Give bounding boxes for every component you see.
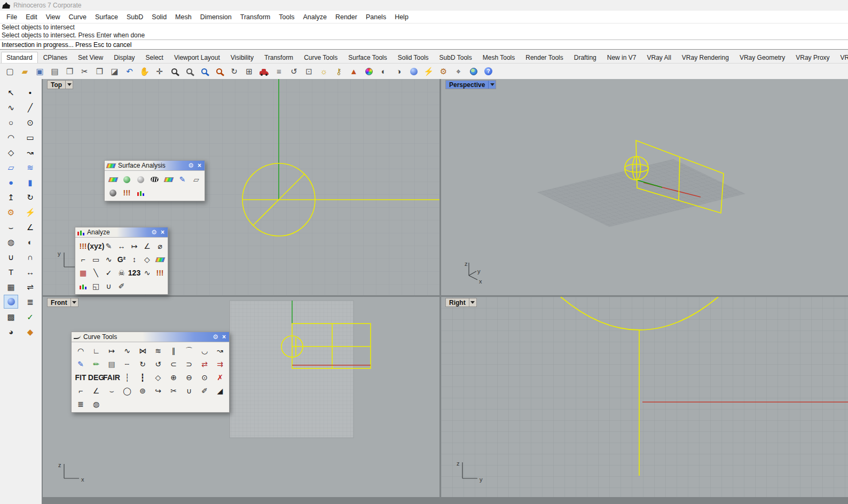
- sphere-tool-icon[interactable]: ●: [4, 175, 18, 189]
- edge-continuity-icon[interactable]: ✎: [176, 173, 189, 186]
- symmetry-icon[interactable]: ⇉: [213, 358, 227, 371]
- boolean-difference-icon[interactable]: ◐: [23, 235, 37, 249]
- soft-edit-icon[interactable]: ≣: [73, 398, 88, 411]
- histogram-icon[interactable]: [77, 280, 89, 293]
- arc-blend-icon[interactable]: ↝: [213, 344, 227, 357]
- make-periodic-icon[interactable]: ∠: [89, 384, 104, 397]
- hatch-tool-icon[interactable]: ≣: [23, 295, 37, 309]
- lock-objects-icon[interactable]: ⚷: [332, 65, 346, 78]
- menu-surface[interactable]: Surface: [91, 12, 122, 22]
- polyline-icon[interactable]: ╱: [23, 100, 37, 114]
- close-icon[interactable]: ×: [221, 333, 227, 341]
- edit-points-icon[interactable]: ┆: [120, 371, 135, 384]
- curvature-graph-on-icon[interactable]: ∿: [141, 266, 153, 279]
- perspective-viewport-canvas[interactable]: z y x: [441, 79, 848, 295]
- tab-render-tools[interactable]: Render Tools: [520, 52, 569, 63]
- right-viewport-canvas[interactable]: z y: [441, 297, 848, 497]
- loft-surface-icon[interactable]: ≋: [23, 160, 37, 174]
- dimension-tool-icon[interactable]: ↔: [23, 265, 37, 279]
- tab-curve-tools[interactable]: Curve Tools: [299, 52, 343, 63]
- point-grid-icon[interactable]: ▦: [4, 280, 18, 294]
- insert-kink-icon[interactable]: ◇: [151, 371, 166, 384]
- menu-analyze[interactable]: Analyze: [299, 12, 331, 22]
- count-icon[interactable]: 123: [128, 266, 140, 279]
- menu-subd[interactable]: SubD: [122, 12, 147, 22]
- tab-vray-rendering[interactable]: VRay Rendering: [677, 52, 734, 63]
- blend-curves-icon[interactable]: ∿: [120, 344, 135, 357]
- plane-surface-icon[interactable]: ▱: [4, 160, 18, 174]
- menu-render[interactable]: Render: [331, 12, 362, 22]
- tab-standard[interactable]: Standard: [1, 52, 38, 63]
- viewport-menu-arrow[interactable]: [488, 81, 496, 89]
- render-flash-icon[interactable]: ⚡: [421, 65, 436, 78]
- gear-icon[interactable]: ⚙: [188, 162, 194, 169]
- draft-angle-analysis-icon[interactable]: [106, 173, 120, 186]
- distance-icon[interactable]: ↔: [115, 240, 128, 253]
- menu-view[interactable]: View: [42, 12, 65, 22]
- curve-hook-icon[interactable]: ∪: [103, 280, 115, 293]
- annotate-edge-icon[interactable]: ✐: [115, 280, 128, 293]
- viewport-menu-arrow[interactable]: [70, 298, 78, 306]
- check-objects-icon[interactable]: ✓: [103, 266, 115, 279]
- close-icon[interactable]: ×: [160, 229, 166, 236]
- viewport-right[interactable]: z y Right: [441, 297, 848, 497]
- polygon-tool-icon[interactable]: ◇: [4, 145, 18, 159]
- tab-cplanes[interactable]: CPlanes: [38, 52, 73, 63]
- text-tool-icon[interactable]: T: [4, 265, 18, 279]
- boolean-union-icon[interactable]: ◍: [4, 235, 18, 249]
- continuity-icon[interactable]: G²: [115, 253, 128, 266]
- point-tool-icon[interactable]: •: [23, 85, 37, 99]
- angle-icon[interactable]: ∠: [141, 240, 153, 253]
- viewport-label-top[interactable]: Top: [47, 80, 73, 89]
- select-arrow-icon[interactable]: ↖: [4, 85, 18, 99]
- menu-curve[interactable]: Curve: [65, 12, 91, 22]
- draft-angle-icon[interactable]: [154, 253, 166, 266]
- tab-vray-proxy[interactable]: VRay Proxy: [790, 52, 835, 63]
- interpolate-curve-icon[interactable]: ↝: [23, 145, 37, 159]
- adjust-end-bulge-icon[interactable]: ⊚: [135, 384, 150, 397]
- rectangle-tool-icon[interactable]: ▭: [23, 130, 37, 144]
- viewport-perspective[interactable]: z y x Perspective: [441, 79, 848, 295]
- web-browser-icon[interactable]: [466, 65, 481, 78]
- point-deviation-icon[interactable]: !!!: [154, 266, 166, 279]
- insert-knot-icon[interactable]: ┇: [135, 371, 150, 384]
- circle-from-curve-icon[interactable]: ◯: [120, 384, 135, 397]
- refit-curve-icon[interactable]: ▤: [104, 358, 119, 371]
- measure-line-icon[interactable]: ⌐: [77, 253, 89, 266]
- fillet-curves-icon[interactable]: ◠: [73, 344, 88, 357]
- menu-edit[interactable]: Edit: [21, 12, 42, 22]
- copy-icon[interactable]: ❒: [92, 65, 107, 78]
- move-icon[interactable]: ✛: [152, 65, 167, 78]
- curve-2views-icon[interactable]: ⋈: [135, 344, 150, 357]
- layer-table-icon[interactable]: ⊞: [242, 65, 256, 78]
- tab-vray-geometry[interactable]: VRay Geometry: [734, 52, 790, 63]
- render-icon[interactable]: ▲: [347, 65, 361, 78]
- viewport-label-right[interactable]: Right: [445, 298, 477, 307]
- options-gear-icon[interactable]: ⚙: [436, 65, 451, 78]
- close-icon[interactable]: ×: [197, 162, 202, 169]
- curve-up-icon[interactable]: ∪: [4, 250, 18, 264]
- bounding-box-icon[interactable]: ▭: [90, 253, 102, 266]
- extend-boundary-icon[interactable]: ⊃: [182, 358, 197, 371]
- deviation-line-icon[interactable]: ╲: [90, 266, 102, 279]
- curvature-graph-icon[interactable]: [134, 186, 147, 199]
- point-coordinates-icon[interactable]: (xyz): [90, 240, 102, 253]
- open-file-icon[interactable]: ▰: [18, 65, 32, 78]
- help-icon[interactable]: ?: [481, 65, 496, 78]
- tab-visibility[interactable]: Visibility: [225, 52, 259, 63]
- rotate-view-icon[interactable]: ↻: [227, 65, 241, 78]
- viewport-label-front[interactable]: Front: [47, 298, 78, 307]
- car-demo-icon[interactable]: [257, 65, 271, 78]
- cplane-origin-icon[interactable]: ⌖: [451, 65, 466, 78]
- apply-display-icon[interactable]: ◍: [89, 398, 104, 411]
- cylinder-tool-icon[interactable]: ▮: [23, 175, 37, 189]
- palette-titlebar[interactable]: Analyze ⚙ ×: [75, 227, 168, 238]
- curve-to-polyline-icon[interactable]: ◢: [213, 384, 227, 397]
- adjust-seam-icon[interactable]: ↻: [135, 358, 150, 371]
- curvature-analysis-icon[interactable]: [162, 173, 175, 186]
- viewport-label-perspective[interactable]: Perspective: [445, 80, 496, 89]
- palette-curve-tools[interactable]: Curve Tools ⚙ × ◠∟↦∿⋈≋∥⌒◡↝✎✏▤┄↻↺⊂⊃⇄⇉FITD…: [71, 332, 230, 413]
- change-degree-icon[interactable]: DEG: [89, 371, 104, 384]
- color-wheel-icon[interactable]: [362, 65, 376, 78]
- paste-icon[interactable]: ◪: [107, 65, 122, 78]
